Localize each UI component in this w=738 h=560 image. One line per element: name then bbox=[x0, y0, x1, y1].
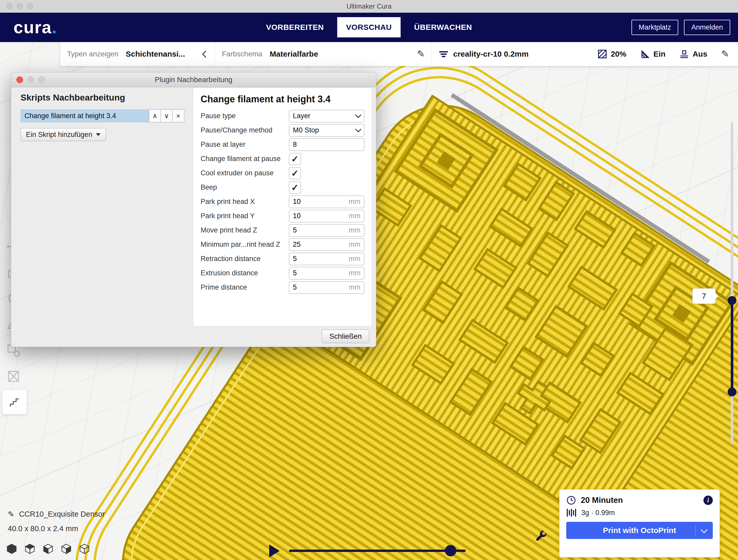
dialog-close-footer-button[interactable]: Schließen bbox=[322, 330, 369, 343]
pause-type-select[interactable]: Layer bbox=[289, 110, 364, 122]
button-divider bbox=[695, 525, 696, 536]
layer-slider-lower-handle[interactable] bbox=[728, 388, 736, 396]
caret-down-icon bbox=[96, 133, 100, 136]
add-script-button[interactable]: Ein Skript hinzufügen bbox=[21, 128, 106, 141]
scripts-heading: Skripts Nachbearbeitung bbox=[21, 92, 184, 103]
chevron-down-icon[interactable] bbox=[701, 526, 708, 533]
move-script-up-button[interactable]: ∧ bbox=[149, 109, 161, 122]
logo-text: cura bbox=[14, 18, 52, 37]
field-row: Retraction distance mm bbox=[201, 252, 364, 266]
printer-profile[interactable]: creality-cr-10 0.2mm bbox=[439, 50, 528, 58]
cool-extruder-on-pause-checkbox[interactable]: ✓ bbox=[289, 167, 301, 179]
extrusion-distance-input[interactable] bbox=[293, 269, 347, 277]
color-scheme-selector[interactable]: Farbschema Materialfarbe ✎ bbox=[215, 42, 432, 66]
printer-profile-value: creality-cr-10 0.2mm bbox=[453, 50, 528, 58]
layer-slider-range[interactable] bbox=[731, 300, 733, 392]
layer-slider-upper-handle[interactable] bbox=[728, 296, 736, 305]
field-row: Prime distance mm bbox=[201, 280, 364, 295]
view-left-icon[interactable] bbox=[60, 543, 72, 555]
dialog-body: Skripts Nachbearbeitung Change filament … bbox=[11, 87, 376, 347]
print-time-estimate: 20 Minuten bbox=[581, 496, 623, 505]
unit-label: mm bbox=[349, 212, 360, 220]
layer-indicator-badge[interactable]: 7 bbox=[692, 288, 716, 304]
tab-prepare[interactable]: VORBEREITEN bbox=[257, 17, 333, 37]
field-row: Pause/Change method M0 Stop bbox=[201, 123, 364, 137]
support-blocker-icon[interactable] bbox=[6, 369, 21, 384]
edit-print-settings-pencil-icon[interactable]: ✎ bbox=[721, 49, 729, 59]
print-settings-wrench-icon[interactable] bbox=[535, 529, 547, 542]
edit-color-scheme-pencil-icon[interactable]: ✎ bbox=[417, 49, 425, 59]
clock-icon bbox=[566, 495, 576, 505]
tab-preview[interactable]: VORSCHAU bbox=[337, 17, 401, 37]
view-orientation-buttons bbox=[6, 543, 90, 555]
move-print-head-z-input[interactable] bbox=[293, 226, 347, 234]
support-value: Ein bbox=[653, 50, 666, 58]
marketplace-button[interactable]: Marktplatz bbox=[632, 20, 679, 35]
print-summary-panel: 20 Minuten i 3g · 0.99m Print with OctoP… bbox=[559, 489, 720, 557]
unit-label: mm bbox=[349, 284, 360, 292]
app-header: cura. VORBEREITEN VORSCHAU ÜBERWACHEN Ma… bbox=[0, 12, 738, 42]
path-slider-handle[interactable] bbox=[445, 545, 456, 556]
field-row: Change filament at pause ✓ bbox=[201, 152, 364, 166]
infill-icon bbox=[598, 49, 607, 59]
material-usage-icon bbox=[566, 508, 577, 517]
tab-monitor[interactable]: ÜBERWACHEN bbox=[405, 17, 481, 37]
selected-script-item[interactable]: Change filament at height 3.4 bbox=[21, 109, 149, 122]
park-print-head-x-input[interactable] bbox=[293, 198, 347, 206]
view-type-selector[interactable]: Typen anzeigen Schichtenansi... bbox=[60, 42, 215, 66]
park-print-head-y-input[interactable] bbox=[293, 212, 347, 220]
pause-method-select[interactable]: M0 Stop bbox=[289, 124, 364, 137]
slice-settings-metrics: 20% Ein Aus bbox=[598, 49, 707, 59]
chevron-down-icon bbox=[355, 112, 361, 118]
add-script-label: Ein Skript hinzufügen bbox=[26, 131, 92, 139]
retraction-distance-input[interactable] bbox=[293, 255, 347, 263]
field-label: Park print head Y bbox=[201, 212, 289, 220]
support-icon bbox=[640, 49, 650, 59]
view-options-bar: Typen anzeigen Schichtenansi... Farbsche… bbox=[60, 42, 738, 66]
move-script-down-button[interactable]: ∨ bbox=[160, 109, 172, 122]
model-name: CCR10_Exquisite Densor bbox=[19, 510, 105, 518]
pause-at-layer-input[interactable] bbox=[293, 140, 358, 148]
view-top-icon[interactable] bbox=[42, 543, 54, 555]
prime-distance-input[interactable] bbox=[293, 284, 347, 292]
view-front-icon[interactable] bbox=[24, 543, 36, 555]
info-icon[interactable]: i bbox=[703, 496, 713, 505]
printer-profile-icon bbox=[439, 50, 448, 58]
field-label: Beep bbox=[201, 183, 289, 191]
edit-model-name-pencil-icon[interactable]: ✎ bbox=[8, 510, 14, 519]
infill-setting[interactable]: 20% bbox=[598, 49, 626, 59]
field-row: Move print head Z mm bbox=[201, 223, 364, 237]
print-with-octoprint-button[interactable]: Print with OctoPrint bbox=[566, 522, 713, 539]
print-settings-summary[interactable]: creality-cr-10 0.2mm 20% Ein bbox=[432, 42, 738, 66]
dialog-titlebar: Plugin Nachbearbeitung bbox=[11, 72, 376, 87]
view-right-icon[interactable] bbox=[78, 543, 90, 555]
checkmark-icon: ✓ bbox=[291, 169, 299, 178]
field-row: Extrusion distance mm bbox=[201, 266, 364, 280]
checkmark-icon: ✓ bbox=[291, 183, 299, 192]
play-button[interactable] bbox=[269, 544, 280, 557]
view-type-value: Schichtenansi... bbox=[126, 50, 185, 58]
change-filament-at-pause-checkbox[interactable]: ✓ bbox=[289, 153, 301, 165]
minimum-park-print-head-z-input[interactable] bbox=[293, 240, 347, 248]
sign-in-button[interactable]: Anmelden bbox=[684, 20, 730, 35]
support-setting[interactable]: Ein bbox=[640, 49, 666, 59]
retraction-distance-field: mm bbox=[289, 253, 364, 265]
print-button-label: Print with OctoPrint bbox=[603, 526, 676, 535]
dialog-close-button[interactable] bbox=[16, 76, 23, 83]
remove-script-button[interactable]: × bbox=[172, 109, 184, 122]
infill-value: 20% bbox=[611, 50, 626, 58]
unit-label: mm bbox=[349, 255, 360, 263]
model-list-panel[interactable] bbox=[2, 390, 27, 415]
move-print-head-z-field: mm bbox=[289, 224, 364, 236]
field-label: Pause at layer bbox=[201, 140, 289, 148]
path-slider-track[interactable] bbox=[289, 550, 466, 552]
view-3d-icon[interactable] bbox=[6, 543, 18, 555]
minimum-park-print-head-z-field: mm bbox=[289, 238, 364, 251]
beep-checkbox[interactable]: ✓ bbox=[289, 181, 301, 193]
park-print-head-y-field: mm bbox=[289, 210, 364, 222]
adhesion-setting[interactable]: Aus bbox=[680, 49, 707, 59]
window-title: Ultimaker Cura bbox=[0, 2, 738, 10]
chevron-left-icon[interactable] bbox=[202, 51, 209, 58]
color-scheme-label: Farbschema bbox=[222, 50, 263, 58]
field-label: Change filament at pause bbox=[201, 155, 289, 163]
